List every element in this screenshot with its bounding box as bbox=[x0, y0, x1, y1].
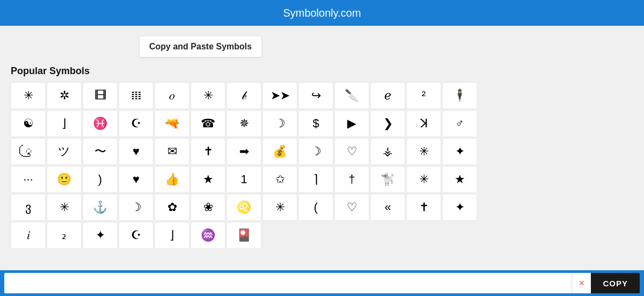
symbol-cell[interactable]: ★ bbox=[191, 166, 225, 193]
symbol-cell[interactable]: ✳ bbox=[47, 194, 82, 221]
symbol-cell[interactable]: ꓘ bbox=[406, 110, 441, 137]
symbol-cell[interactable]: ☪ bbox=[119, 222, 153, 249]
symbol-cell[interactable]: ₂ bbox=[47, 222, 82, 249]
symbol-cell[interactable]: ✳ bbox=[11, 82, 46, 109]
symbol-cell[interactable]: 𝍖 bbox=[119, 82, 153, 109]
symbol-cell[interactable]: ✳ bbox=[406, 138, 441, 165]
symbol-cell[interactable]: ♥ bbox=[119, 138, 153, 165]
symbol-cell[interactable]: 🎞 bbox=[83, 82, 118, 109]
main-content: Copy and Paste Symbols Popular Symbols ✳… bbox=[0, 26, 644, 254]
symbol-cell[interactable]: ✳ bbox=[262, 194, 297, 221]
symbol-cell[interactable]: « bbox=[370, 194, 405, 221]
symbol-cell[interactable]: ↪ bbox=[298, 82, 333, 109]
symbol-cell[interactable]: ( bbox=[298, 194, 333, 221]
symbol-cell[interactable]: ✿ bbox=[155, 194, 189, 221]
symbol-cell[interactable]: 💰 bbox=[262, 138, 297, 165]
symbol-cell[interactable]: 🔫 bbox=[155, 110, 189, 137]
symbol-cell[interactable]: 〜 bbox=[83, 138, 118, 165]
copy-button[interactable]: COPY bbox=[591, 273, 640, 293]
copy-input[interactable] bbox=[4, 273, 572, 293]
symbol-cell[interactable]: ツ bbox=[47, 138, 82, 165]
symbol-cell[interactable]: 🔪 bbox=[334, 82, 369, 109]
symbol-cell[interactable]: ² bbox=[406, 82, 441, 109]
symbol-cell[interactable]: ❯ bbox=[370, 110, 405, 137]
symbol-cell[interactable]: ✵ bbox=[226, 110, 261, 137]
symbol-cell[interactable]: ♒ bbox=[191, 222, 225, 249]
symbol-cell[interactable]: ვ bbox=[11, 194, 46, 221]
symbol-cell[interactable]: ☽ bbox=[119, 194, 153, 221]
symbol-cell[interactable]: ✉ bbox=[155, 138, 189, 165]
symbol-cell[interactable]: ☯ bbox=[11, 110, 46, 137]
symbol-cell[interactable]: ♓ bbox=[83, 110, 118, 137]
section-title: Popular Symbols bbox=[11, 66, 633, 77]
symbol-cell[interactable]: ▶ bbox=[334, 110, 369, 137]
symbol-cell[interactable]: 🕴 bbox=[442, 82, 477, 109]
symbol-cell[interactable]: ⌋ bbox=[155, 222, 189, 249]
symbol-cell[interactable]: ♂ bbox=[442, 110, 477, 137]
symbol-cell[interactable]: ✦ bbox=[442, 138, 477, 165]
symbol-cell[interactable]: ☪ bbox=[119, 110, 153, 137]
symbol-cell[interactable]: ✝ bbox=[191, 138, 225, 165]
symbol-cell[interactable]: ··· bbox=[11, 166, 46, 193]
bottom-bar: × COPY bbox=[0, 270, 644, 296]
symbols-grid: ✳✲🎞𝍖𝑜✳𝒷➤➤↪🔪ℯ²🕴☯⌋♓☪🔫☎✵☽$▶❯ꓘ♂ꦿツ〜♥✉✝➡💰☽♡⚶✳✦… bbox=[11, 82, 633, 249]
symbol-cell[interactable]: 🐩 bbox=[370, 166, 405, 193]
symbol-cell[interactable]: ⌉ bbox=[298, 166, 333, 193]
breadcrumb-label: Copy and Paste Symbols bbox=[149, 42, 252, 51]
symbol-cell[interactable]: ⚶ bbox=[370, 138, 405, 165]
symbol-cell[interactable]: ❀ bbox=[191, 194, 225, 221]
site-header: Symbolonly.com bbox=[0, 0, 644, 26]
symbol-cell[interactable]: 👍 bbox=[155, 166, 189, 193]
symbol-cell[interactable]: ⚓ bbox=[83, 194, 118, 221]
symbol-cell[interactable]: ➤➤ bbox=[262, 82, 297, 109]
symbol-cell[interactable]: ☎ bbox=[191, 110, 225, 137]
symbol-cell[interactable]: ★ bbox=[442, 166, 477, 193]
symbol-cell[interactable]: ✲ bbox=[47, 82, 82, 109]
symbol-cell[interactable]: ⌋ bbox=[47, 110, 82, 137]
breadcrumb: Copy and Paste Symbols bbox=[140, 37, 261, 57]
symbol-cell[interactable]: ☽ bbox=[262, 110, 297, 137]
clear-button[interactable]: × bbox=[572, 273, 591, 293]
symbol-cell[interactable]: ✦ bbox=[442, 194, 477, 221]
symbol-cell[interactable]: ✳ bbox=[406, 166, 441, 193]
symbol-cell[interactable]: ✳ bbox=[191, 82, 225, 109]
symbol-cell[interactable]: ) bbox=[83, 166, 118, 193]
symbol-cell[interactable]: 𝑜 bbox=[155, 82, 189, 109]
symbol-cell[interactable]: 🙂 bbox=[47, 166, 82, 193]
symbol-cell[interactable]: ♌ bbox=[226, 194, 261, 221]
symbol-cell[interactable]: 1 bbox=[226, 166, 261, 193]
symbol-cell[interactable]: ℯ bbox=[370, 82, 405, 109]
symbol-cell[interactable]: $ bbox=[298, 110, 333, 137]
symbol-cell[interactable]: ♥ bbox=[119, 166, 153, 193]
symbol-cell[interactable]: ꦿ bbox=[11, 138, 46, 165]
site-title: Symbolonly.com bbox=[283, 7, 361, 19]
symbol-cell[interactable]: ♡ bbox=[334, 138, 369, 165]
symbol-cell[interactable]: ✝ bbox=[406, 194, 441, 221]
symbol-cell[interactable]: ♡ bbox=[334, 194, 369, 221]
symbol-cell[interactable]: ✩ bbox=[262, 166, 297, 193]
symbol-cell[interactable]: † bbox=[334, 166, 369, 193]
symbol-cell[interactable]: ➡ bbox=[226, 138, 261, 165]
symbol-cell[interactable]: 𝑖 bbox=[11, 222, 46, 249]
symbol-cell[interactable]: ☽ bbox=[298, 138, 333, 165]
symbol-cell[interactable]: ✦ bbox=[83, 222, 118, 249]
symbol-cell[interactable]: 🎴 bbox=[226, 222, 261, 249]
symbol-cell[interactable]: 𝒷 bbox=[226, 82, 261, 109]
